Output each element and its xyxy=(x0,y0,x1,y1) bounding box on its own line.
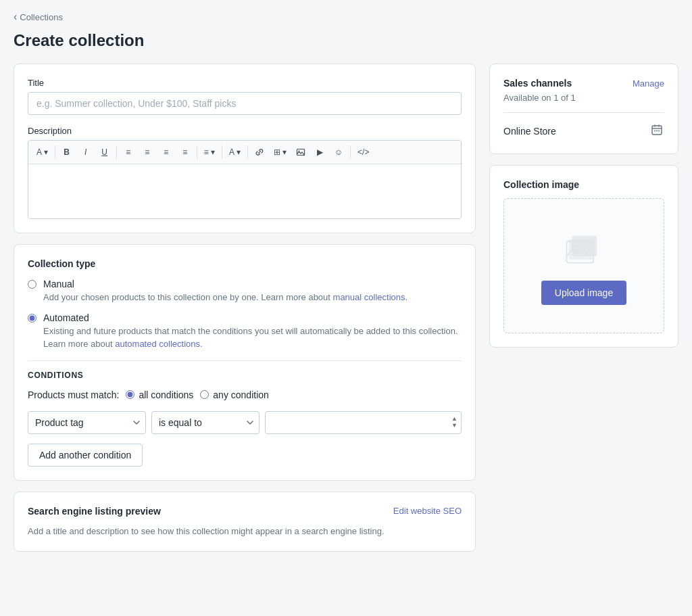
manual-desc: Add your chosen products to this collect… xyxy=(43,291,407,304)
svg-point-5 xyxy=(658,131,660,132)
manual-link[interactable]: manual collections. xyxy=(333,292,408,302)
condition-value-wrapper: ▲ ▼ xyxy=(265,411,462,434)
condition-operator-select[interactable]: is equal to is not equal to starts with … xyxy=(151,411,260,434)
all-conditions-radio[interactable] xyxy=(126,390,134,399)
online-store-row: Online Store xyxy=(503,122,664,140)
description-content[interactable] xyxy=(28,164,461,218)
automated-link[interactable]: automated collections. xyxy=(115,339,202,349)
underline-button[interactable]: U xyxy=(96,143,114,161)
condition-row: Product tag Product title Product type P… xyxy=(28,411,462,434)
online-store-label: Online Store xyxy=(503,126,556,137)
svg-point-3 xyxy=(654,131,656,132)
condition-arrows: ▲ ▼ xyxy=(451,416,458,429)
automated-label[interactable]: Automated xyxy=(43,312,89,323)
bold-button[interactable]: B xyxy=(58,143,76,161)
title-label: Title xyxy=(28,78,462,88)
svg-point-4 xyxy=(656,131,658,132)
calendar-icon-button[interactable] xyxy=(649,122,664,140)
available-text: Available on 1 of 1 xyxy=(503,93,664,103)
ul-button[interactable]: ≡ xyxy=(120,143,137,161)
outdent-button[interactable]: ≡ xyxy=(176,143,194,161)
collection-type-group: Manual Add your chosen products to this … xyxy=(28,279,462,351)
image-placeholder-icon xyxy=(562,227,606,270)
seo-edit-link[interactable]: Edit website SEO xyxy=(393,506,462,516)
emoji-button[interactable]: ☺ xyxy=(330,143,347,161)
all-conditions-label: all conditions xyxy=(139,389,193,400)
match-label: Products must match: xyxy=(28,389,119,400)
align-button[interactable]: ≡ ▾ xyxy=(200,143,219,161)
table-button[interactable]: ⊞ ▾ xyxy=(270,143,291,161)
title-description-card: Title Description A ▾ B I U ≡ ≡ xyxy=(14,64,476,233)
automated-radio[interactable] xyxy=(28,314,36,323)
code-button[interactable]: </> xyxy=(353,143,373,161)
condition-value-input[interactable] xyxy=(265,411,462,434)
sales-channels-header: Sales channels Manage xyxy=(503,78,664,89)
seo-description: Add a title and description to see how t… xyxy=(28,525,462,538)
manage-link[interactable]: Manage xyxy=(633,78,664,89)
description-editor: A ▾ B I U ≡ ≡ ≡ ≡ ≡ ▾ xyxy=(28,140,462,219)
collection-image-card: Collection image Upload image xyxy=(489,165,678,348)
description-label: Description xyxy=(28,126,462,136)
collection-type-card: Collection type Manual Add your chosen p… xyxy=(14,244,476,481)
automated-desc: Existing and future products that match … xyxy=(43,325,462,351)
image-upload-area: Upload image xyxy=(503,198,664,333)
breadcrumb-label: Collections xyxy=(20,12,63,22)
title-input[interactable] xyxy=(28,92,462,115)
seo-card: Search engine listing preview Edit websi… xyxy=(14,492,476,552)
editor-toolbar: A ▾ B I U ≡ ≡ ≡ ≡ ≡ ▾ xyxy=(28,141,461,164)
any-condition-radio[interactable] xyxy=(200,390,209,399)
color-button[interactable]: A ▾ xyxy=(225,143,245,161)
sales-channels-card: Sales channels Manage Available on 1 of … xyxy=(489,64,678,154)
manual-label[interactable]: Manual xyxy=(43,279,74,289)
manual-option[interactable]: Manual Add your chosen products to this … xyxy=(28,279,462,304)
conditions-label: CONDITIONS xyxy=(28,371,462,380)
breadcrumb[interactable]: Collections xyxy=(14,11,678,23)
condition-field-select[interactable]: Product tag Product title Product type P… xyxy=(28,411,146,434)
collection-image-title: Collection image xyxy=(503,179,664,190)
any-condition-option[interactable]: any condition xyxy=(200,389,269,400)
ol-button[interactable]: ≡ xyxy=(139,143,156,161)
seo-title: Search engine listing preview xyxy=(28,506,161,517)
link-button[interactable] xyxy=(251,143,268,161)
indent-button[interactable]: ≡ xyxy=(157,143,175,161)
upload-image-button[interactable]: Upload image xyxy=(541,281,626,305)
seo-header: Search engine listing preview Edit websi… xyxy=(28,506,462,517)
add-condition-button[interactable]: Add another condition xyxy=(28,444,143,467)
collection-type-title: Collection type xyxy=(28,258,462,269)
all-conditions-option[interactable]: all conditions xyxy=(126,389,193,400)
any-condition-label: any condition xyxy=(213,389,269,400)
match-row: Products must match: all conditions any … xyxy=(28,389,462,400)
manual-radio[interactable] xyxy=(28,280,36,289)
font-button[interactable]: A ▾ xyxy=(32,143,52,161)
italic-button[interactable]: I xyxy=(77,143,95,161)
video-button[interactable]: ▶ xyxy=(311,143,328,161)
sales-channels-title: Sales channels xyxy=(503,78,572,89)
automated-option[interactable]: Automated Existing and future products t… xyxy=(28,312,462,351)
page-title: Create collection xyxy=(14,31,678,50)
image-button[interactable] xyxy=(292,143,310,161)
